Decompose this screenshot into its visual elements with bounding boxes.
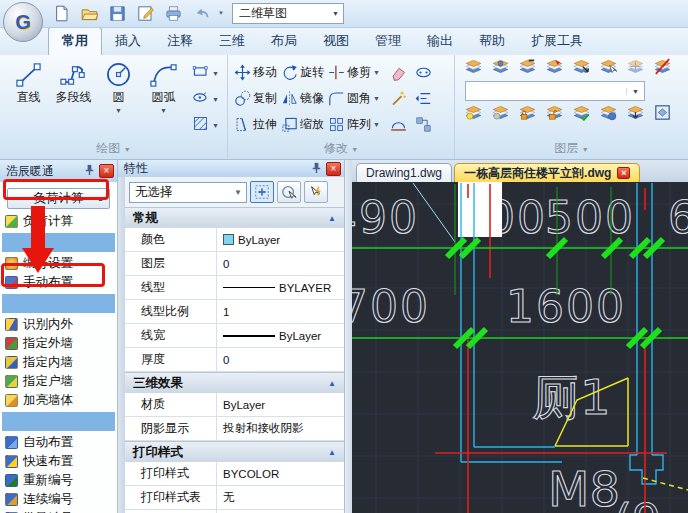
- item-auto-layout[interactable]: 自动布置: [0, 433, 117, 452]
- select-objects-button[interactable]: [277, 181, 301, 203]
- doc-tab-drawing1[interactable]: Drawing1.dwg: [356, 163, 452, 182]
- section-general[interactable]: 常规▲: [125, 207, 344, 228]
- tab-home[interactable]: 常用: [48, 27, 102, 55]
- layer-on-bulb-icon[interactable]: [465, 104, 482, 125]
- erase-button[interactable]: [390, 64, 407, 81]
- ellipse-dropdown-icon[interactable]: ▼: [212, 96, 219, 103]
- tab-express-tools[interactable]: 扩展工具: [518, 28, 596, 55]
- property-row-layer[interactable]: 图层 0: [125, 252, 344, 276]
- layer-walk-icon[interactable]: [654, 104, 671, 125]
- section-3d-effects[interactable]: 三维效果▲: [125, 372, 344, 393]
- property-row-lineweight[interactable]: 线宽 ByLayer: [125, 324, 344, 348]
- circle-dropdown-icon[interactable]: ▼: [115, 107, 122, 114]
- selection-filter-select[interactable]: 无选择 ▼: [129, 182, 247, 203]
- group-header-load-calc[interactable]: 负荷计算 ▲: [7, 188, 110, 209]
- layer-lock-icon[interactable]: [519, 104, 536, 125]
- layer-unlock-icon[interactable]: [546, 104, 563, 125]
- line-button[interactable]: 直线: [6, 59, 51, 136]
- rectangle-button[interactable]: [192, 63, 209, 84]
- close-icon[interactable]: ×: [617, 167, 630, 179]
- tab-manage[interactable]: 管理: [362, 28, 414, 55]
- layer-off-icon[interactable]: [654, 58, 671, 79]
- trim-dropdown-icon[interactable]: ▼: [373, 69, 380, 76]
- item-highlight-wall[interactable]: 加亮墙体: [0, 391, 117, 410]
- ellipse-button[interactable]: [192, 89, 209, 110]
- item-renumber[interactable]: 重新编号: [0, 471, 117, 490]
- item-batch-number[interactable]: 批量编号: [0, 509, 117, 513]
- modify-panel-label[interactable]: 修改 ▼: [228, 140, 454, 157]
- section-plot-style[interactable]: 打印样式▲: [125, 441, 344, 462]
- item-load-calc[interactable]: 负荷计算: [0, 212, 117, 231]
- pin-icon[interactable]: [83, 163, 96, 179]
- save-icon[interactable]: [106, 2, 128, 24]
- save-as-icon[interactable]: [134, 2, 156, 24]
- donut-button[interactable]: [415, 64, 432, 81]
- item-set-house-wall[interactable]: 指定户墙: [0, 372, 117, 391]
- mirror-button[interactable]: 镜像: [279, 89, 326, 108]
- circle-button[interactable]: 圆 ▼: [96, 59, 141, 136]
- fillet-dropdown-icon[interactable]: ▼: [373, 95, 380, 102]
- workspace-select[interactable]: 二维草图 ▼: [232, 3, 344, 24]
- rectangle-dropdown-icon[interactable]: ▼: [212, 70, 219, 77]
- layer-select[interactable]: ▼: [465, 81, 645, 101]
- join-button[interactable]: [390, 116, 407, 133]
- layer-check-icon[interactable]: [573, 104, 590, 125]
- undo-dropdown-icon[interactable]: ▼: [218, 10, 224, 16]
- layer-properties-icon[interactable]: [465, 58, 482, 79]
- move-button[interactable]: 移动: [232, 63, 279, 82]
- layer-states-icon[interactable]: [492, 58, 509, 79]
- trim-button[interactable]: 修剪 ▼: [326, 63, 382, 82]
- doc-tab-building[interactable]: 一栋高层商住楼平立剖.dwg ×: [454, 163, 640, 182]
- app-logo-button[interactable]: G: [3, 2, 43, 42]
- arc-button[interactable]: 圆弧 ▼: [141, 59, 186, 136]
- array-dropdown-icon[interactable]: ▼: [373, 121, 380, 128]
- tab-3d[interactable]: 三维: [206, 28, 258, 55]
- tab-annotate[interactable]: 注释: [154, 28, 206, 55]
- undo-icon[interactable]: [190, 2, 212, 24]
- open-file-icon[interactable]: [78, 2, 100, 24]
- pin-icon[interactable]: [310, 161, 323, 177]
- layer-match-icon[interactable]: [519, 58, 536, 79]
- stretch-button[interactable]: 拉伸: [232, 115, 279, 134]
- layer-move-icon[interactable]: [627, 58, 644, 79]
- group-button[interactable]: [415, 116, 432, 133]
- close-icon[interactable]: ×: [99, 164, 114, 178]
- item-detect-in-out[interactable]: 识别内外: [0, 315, 117, 334]
- property-row-color[interactable]: 颜色 ByLayer: [125, 228, 344, 252]
- quick-select-button[interactable]: [304, 181, 328, 203]
- tab-insert[interactable]: 插入: [102, 28, 154, 55]
- palette-splitter[interactable]: [345, 160, 352, 513]
- fillet-button[interactable]: 圆角 ▼: [326, 89, 382, 108]
- item-continuous-number[interactable]: 连续编号: [0, 490, 117, 509]
- hatch-button[interactable]: [192, 115, 209, 136]
- tab-layout[interactable]: 布局: [258, 28, 310, 55]
- toggle-pickadd-button[interactable]: [250, 181, 274, 203]
- match-properties-button[interactable]: [390, 90, 407, 107]
- item-set-outer-wall[interactable]: 指定外墙: [0, 334, 117, 353]
- property-row-linetype[interactable]: 线型 BYLAYER: [125, 276, 344, 300]
- arc-dropdown-icon[interactable]: ▼: [160, 107, 167, 114]
- draw-panel-label[interactable]: 绘图 ▼: [0, 140, 227, 157]
- polyline-button[interactable]: 多段线: [51, 59, 96, 136]
- layer-make-current-icon[interactable]: [600, 58, 617, 79]
- rotate-button[interactable]: 旋转: [279, 63, 326, 82]
- property-row-shadow[interactable]: 阴影显示 投射和接收阴影: [125, 417, 344, 441]
- align-button[interactable]: [415, 90, 432, 107]
- layer-prev-icon[interactable]: [573, 58, 590, 79]
- property-row-thickness[interactable]: 厚度 0: [125, 348, 344, 372]
- item-manual-layout[interactable]: 手动布置: [0, 273, 117, 292]
- copy-button[interactable]: 复制: [232, 89, 279, 108]
- layer-isolate-icon[interactable]: [627, 104, 644, 125]
- layer-off-bulb-icon[interactable]: [492, 104, 509, 125]
- item-set-inner-wall[interactable]: 指定内墙: [0, 353, 117, 372]
- palette-grip[interactable]: [118, 177, 125, 513]
- layer-change-icon[interactable]: [546, 58, 563, 79]
- close-icon[interactable]: ×: [326, 162, 341, 176]
- property-row-plot-style[interactable]: 打印样式 BYCOLOR: [125, 462, 344, 486]
- tab-help[interactable]: 帮助: [466, 28, 518, 55]
- hatch-dropdown-icon[interactable]: ▼: [212, 122, 219, 129]
- scale-button[interactable]: 缩放: [279, 115, 326, 134]
- array-button[interactable]: 阵列 ▼: [326, 115, 382, 134]
- tab-view[interactable]: 视图: [310, 28, 362, 55]
- tab-output[interactable]: 输出: [414, 28, 466, 55]
